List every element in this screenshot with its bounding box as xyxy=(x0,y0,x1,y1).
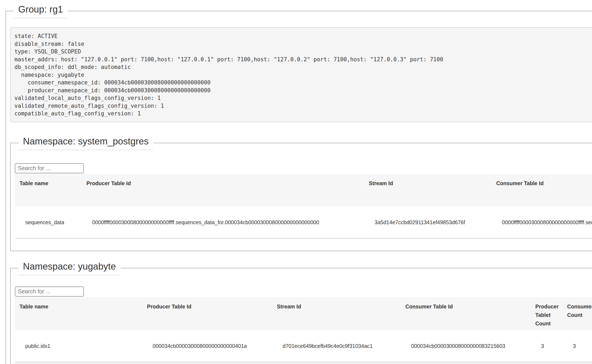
col-header-table-name[interactable]: Table name xyxy=(15,297,142,330)
replication-tables-table: Table name Producer Table Id Stream Id C… xyxy=(15,297,592,364)
cell-table-name: public.idx1 xyxy=(15,330,142,362)
table-header-row: Table name Producer Table Id Stream Id C… xyxy=(15,297,592,330)
cell-consumer-table-id xyxy=(401,362,531,364)
search-input[interactable] xyxy=(15,163,84,173)
table-header-row: Table name Producer Table Id Stream Id C… xyxy=(15,174,592,207)
search-input[interactable] xyxy=(15,286,84,297)
col-header-table-name[interactable]: Table name xyxy=(15,174,82,207)
cell-stream-id xyxy=(272,362,401,364)
namespace-section-system-postgres: Namespace: system_postgres Table name Pr… xyxy=(10,136,592,251)
replication-group-config-text: state: ACTIVE disable_stream: false type… xyxy=(10,27,592,122)
xcluster-page: Group: rg1 state: ACTIVE disable_stream:… xyxy=(0,4,592,364)
replication-tables-table: Table name Producer Table Id Stream Id C… xyxy=(15,174,592,239)
col-header-producer-table-id[interactable]: Producer Table Id xyxy=(142,297,272,330)
cell-consumer-table-id: 000034cb000030008000000083215603 xyxy=(401,330,531,362)
col-header-producer-tablet-count[interactable]: Producer Tablet Count xyxy=(531,297,563,330)
namespace-section-yugabyte: Namespace: yugabyte Table name Producer … xyxy=(10,261,592,364)
cell-producer-tablet-count: 3 xyxy=(531,330,563,362)
cell-producer-table-id: 000034cb00003000800000000000401a xyxy=(142,330,272,362)
replication-group-section: Group: rg1 state: ACTIVE disable_stream:… xyxy=(6,4,592,364)
table-row-partial xyxy=(15,362,592,364)
cell-stream-id: d701ece649bcefb49c4e0c9f31034ac1 xyxy=(272,330,401,362)
namespace-legend: Namespace: system_postgres xyxy=(18,136,153,150)
cell-stream-id: 3a5d14e7ccbd02911341ef49853d676f xyxy=(364,207,492,238)
col-header-consumer-tablet-count[interactable]: Consumer Tablet Count xyxy=(563,297,592,330)
col-header-producer-table-id[interactable]: Producer Table Id xyxy=(82,174,364,207)
col-header-consumer-table-id[interactable]: Consumer Table Id xyxy=(492,174,592,207)
col-header-stream-id[interactable]: Stream Id xyxy=(272,297,401,330)
namespace-legend: Namespace: yugabyte xyxy=(18,261,121,275)
table-row: sequences_data 0000ffff00003000800000000… xyxy=(15,207,592,238)
cell-producer-table-id xyxy=(142,362,272,364)
table-row: public.idx1 000034cb00003000800000000000… xyxy=(15,330,592,362)
cell-table-name: sequences_data xyxy=(15,207,82,238)
cell-consumer-table-id: 0000ffff00003000800000000000ffff.sequenc… xyxy=(492,207,592,238)
cell-consumer-tablet-count xyxy=(563,362,592,364)
col-header-consumer-table-id[interactable]: Consumer Table Id xyxy=(401,297,531,330)
cell-producer-tablet-count xyxy=(531,362,563,364)
cell-table-name xyxy=(15,362,142,364)
cell-consumer-tablet-count: 3 xyxy=(563,330,592,362)
cell-producer-table-id: 0000ffff00003000800000000000ffff.sequenc… xyxy=(82,207,364,238)
col-header-stream-id[interactable]: Stream Id xyxy=(364,174,492,207)
group-legend: Group: rg1 xyxy=(13,4,67,18)
